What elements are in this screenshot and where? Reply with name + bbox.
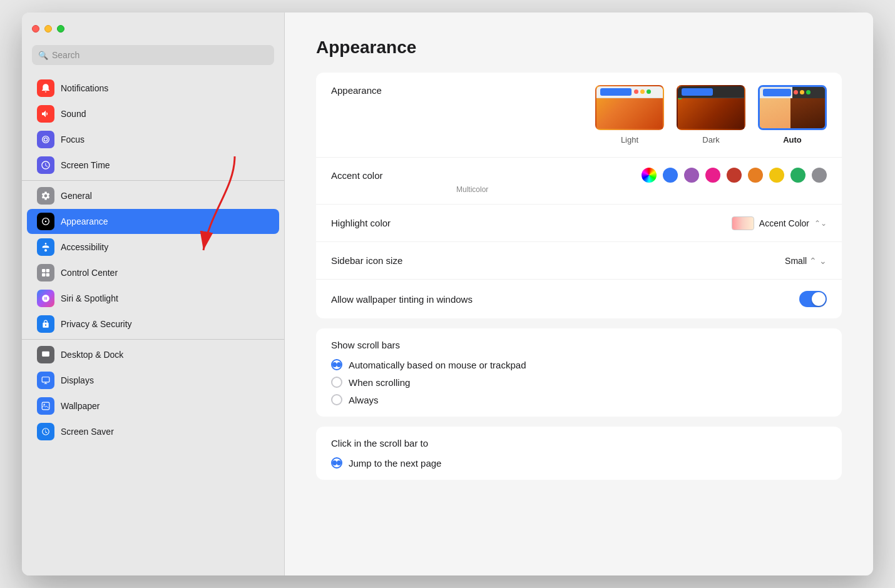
wallpaper-tinting-label: Allow wallpaper tinting in windows (331, 294, 473, 305)
sidebar-item-notifications-label: Notifications (61, 83, 108, 93)
displays-icon (37, 372, 54, 389)
click-next-dot (332, 460, 337, 465)
thumb-light-dots (634, 89, 651, 94)
minimize-button[interactable] (44, 25, 52, 33)
accessibility-icon (37, 238, 54, 256)
accent-color-row: Accent color (316, 158, 842, 205)
accent-blue[interactable] (663, 168, 678, 183)
thumb-dark-bar (682, 88, 713, 96)
accent-purple[interactable] (684, 168, 699, 183)
sidebar-item-siri[interactable]: Siri & Spotlight (27, 286, 279, 311)
appearance-label-light: Light (621, 135, 638, 144)
sidebar-item-screensaver[interactable]: Screen Saver (27, 419, 279, 444)
sound-icon (37, 105, 54, 123)
svg-point-2 (45, 243, 47, 245)
auto-dots (794, 90, 811, 94)
close-button[interactable] (32, 25, 39, 33)
sidebar-item-general[interactable]: General (27, 183, 279, 208)
highlight-swatch (732, 216, 754, 230)
dot-red (634, 89, 638, 94)
sidebar-item-screentime[interactable]: Screen Time (27, 153, 279, 178)
accent-color-group (642, 168, 827, 183)
highlight-chevron-icon: ⌃⌄ (814, 219, 827, 228)
sidebar-icon-size-row: Sidebar icon size Small ⌃ ⌄ (316, 242, 842, 280)
scroll-scrolling-option[interactable]: When scrolling (331, 377, 827, 388)
sidebar-item-desktopdock[interactable]: Desktop & Dock (27, 342, 279, 367)
multicolor-label-row: Multicolor (456, 185, 842, 194)
wallpaper-tinting-control (799, 291, 827, 307)
accent-red[interactable] (727, 168, 742, 183)
wallpaper-tinting-toggle[interactable] (799, 291, 827, 307)
sidebar-item-controlcenter-label: Control Center (61, 268, 118, 278)
appearance-options: Light Dar (595, 85, 827, 144)
sidebar-divider-2 (22, 339, 284, 340)
highlight-value: Accent Color (759, 218, 809, 228)
scroll-always-radio[interactable] (331, 394, 342, 405)
appearance-option-dark[interactable]: Dark (677, 85, 745, 144)
search-input[interactable]: Search (52, 50, 79, 60)
scroll-bars-card: Show scroll bars Automatically based on … (316, 328, 842, 417)
titlebar (22, 13, 284, 45)
scroll-auto-option[interactable]: Automatically based on mouse or trackpad (331, 359, 827, 370)
page-title: Appearance (316, 38, 842, 58)
sidebar-item-privacy-label: Privacy & Security (61, 319, 132, 329)
sidebar-item-wallpaper[interactable]: Wallpaper (27, 393, 279, 418)
accent-multicolor[interactable] (642, 168, 657, 183)
scroll-scrolling-radio[interactable] (331, 377, 342, 388)
accent-orange[interactable] (748, 168, 763, 183)
dot-green-d (678, 95, 682, 99)
click-next-radio[interactable] (331, 457, 342, 469)
sidebar-item-notifications[interactable]: Notifications (27, 76, 279, 101)
maximize-button[interactable] (57, 25, 64, 33)
show-scroll-bars-group: Automatically based on mouse or trackpad… (331, 359, 827, 405)
focus-icon (37, 131, 54, 148)
sidebar-item-appearance-label: Appearance (61, 216, 108, 226)
sidebar-item-displays[interactable]: Displays (27, 368, 279, 393)
appearance-thumb-dark (677, 85, 745, 130)
accent-graphite[interactable] (812, 168, 827, 183)
appearance-row-label: Appearance (331, 85, 456, 96)
sidebar-item-privacy[interactable]: Privacy & Security (27, 312, 279, 337)
svg-rect-6 (46, 273, 49, 276)
sidebar-item-desktopdock-label: Desktop & Dock (61, 350, 123, 360)
appearance-option-light[interactable]: Light (595, 85, 664, 144)
appearance-option-auto[interactable]: Auto (758, 85, 827, 144)
search-bar[interactable]: 🔍 Search (32, 45, 274, 65)
accent-green[interactable] (790, 168, 806, 183)
accent-color-header: Accent color (331, 168, 827, 183)
sidebar-icon-size-select[interactable]: Small ⌃ ⌄ (785, 256, 827, 266)
appearance-thumb-auto (758, 85, 827, 130)
sidebar-icon-size-control[interactable]: Small ⌃ ⌄ (785, 256, 827, 266)
highlight-picker[interactable]: Accent Color ⌃⌄ (732, 216, 827, 230)
scroll-always-option[interactable]: Always (331, 394, 827, 405)
sidebar-item-accessibility-label: Accessibility (61, 242, 108, 252)
sidebar-item-siri-label: Siri & Spotlight (61, 293, 118, 303)
appearance-icon (37, 213, 54, 230)
accent-pink[interactable] (705, 168, 720, 183)
highlight-color-control[interactable]: Accent Color ⌃⌄ (732, 216, 827, 230)
sidebar-item-sound[interactable]: Sound (27, 101, 279, 126)
accent-multicolor-col (642, 168, 657, 183)
appearance-row: Appearance (316, 73, 842, 158)
accent-yellow[interactable] (769, 168, 784, 183)
search-icon: 🔍 (38, 51, 48, 60)
svg-rect-8 (42, 377, 49, 382)
sidebar-item-accessibility[interactable]: Accessibility (27, 235, 279, 260)
click-next-page-option[interactable]: Jump to the next page (331, 457, 827, 469)
auto-dot-g (806, 90, 811, 94)
appearance-card: Appearance (316, 73, 842, 318)
sidebar-item-controlcenter[interactable]: Control Center (27, 260, 279, 285)
notifications-icon (37, 79, 54, 97)
appearance-label-dark: Dark (702, 135, 719, 144)
sidebar-item-focus[interactable]: Focus (27, 127, 279, 152)
dot-yellow (640, 89, 645, 94)
scroll-auto-radio[interactable] (331, 359, 342, 370)
sidebar-item-wallpaper-label: Wallpaper (61, 401, 100, 411)
sidebar-item-appearance[interactable]: Appearance (27, 209, 279, 234)
siri-icon (37, 290, 54, 307)
scroll-always-label: Always (349, 395, 379, 405)
svg-rect-5 (42, 273, 45, 276)
sidebar-item-sound-label: Sound (61, 109, 86, 119)
main-content: Appearance Appearance (285, 13, 873, 575)
size-chevron-icon: ⌃ ⌄ (809, 256, 827, 266)
